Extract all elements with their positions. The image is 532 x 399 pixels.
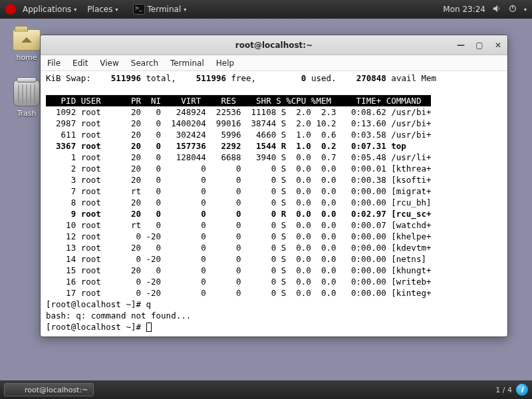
power-icon[interactable] xyxy=(508,4,517,15)
menu-search[interactable]: Search xyxy=(131,59,158,68)
maximize-button[interactable]: ▢ xyxy=(474,40,485,51)
top-panel: Applications ▾ Places ▾ Terminal ▾ Mon 2… xyxy=(0,0,532,19)
workspace-indicator[interactable]: 1 / 4 xyxy=(495,386,512,394)
menu-help[interactable]: Help xyxy=(216,59,234,68)
trash-icon xyxy=(13,80,40,106)
menu-file[interactable]: File xyxy=(47,59,61,68)
bottom-panel: root@localhost:~ 1 / 4 i xyxy=(0,380,532,399)
info-icon[interactable]: i xyxy=(516,384,528,396)
terminal-menu[interactable]: Terminal ▾ xyxy=(129,4,191,15)
taskbar-item-label: root@localhost:~ xyxy=(25,386,88,394)
applications-menu[interactable]: Applications ▾ xyxy=(19,5,80,14)
chevron-down-icon: ▾ xyxy=(74,7,76,13)
applications-label: Applications xyxy=(23,5,71,14)
chevron-down-icon: ▾ xyxy=(115,7,118,13)
system-tray: Mon 23:24 ▾ xyxy=(443,4,527,15)
menu-terminal[interactable]: Terminal xyxy=(170,59,204,68)
places-label: Places xyxy=(87,5,112,14)
terminal-content[interactable]: KiB Swap: 511996 total, 511996 free, 0 u… xyxy=(41,71,507,336)
minimize-button[interactable]: — xyxy=(456,40,466,51)
window-menubar: File Edit View Search Terminal Help xyxy=(41,55,507,71)
folder-icon xyxy=(13,29,41,51)
terminal-window: root@localhost:~ — ▢ ✕ File Edit View Se… xyxy=(40,35,508,337)
menu-edit[interactable]: Edit xyxy=(72,59,88,68)
taskbar-item-terminal[interactable]: root@localhost:~ xyxy=(4,383,94,396)
terminal-label: Terminal xyxy=(148,5,182,14)
menu-view[interactable]: View xyxy=(100,59,118,68)
terminal-icon xyxy=(10,385,21,394)
titlebar[interactable]: root@localhost:~ — ▢ ✕ xyxy=(41,35,507,55)
window-title: root@localhost:~ xyxy=(41,41,507,50)
svg-rect-1 xyxy=(512,5,513,8)
volume-icon[interactable] xyxy=(492,4,501,15)
close-button[interactable]: ✕ xyxy=(493,40,503,51)
chevron-down-icon[interactable]: ▾ xyxy=(524,7,527,13)
places-menu[interactable]: Places ▾ xyxy=(83,5,122,14)
distro-logo-icon xyxy=(5,4,16,15)
clock[interactable]: Mon 23:24 xyxy=(443,5,485,14)
chevron-down-icon: ▾ xyxy=(184,7,186,13)
terminal-icon xyxy=(133,4,145,15)
